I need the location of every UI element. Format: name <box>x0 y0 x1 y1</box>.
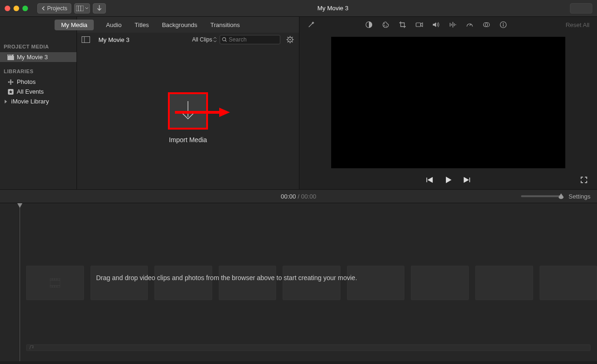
sidebar-photos-label: Photos <box>17 78 35 85</box>
toolbar-left-group: Projects <box>37 3 106 14</box>
current-time: 00:00 <box>281 193 296 200</box>
download-arrow-icon <box>97 5 102 12</box>
color-correction-button[interactable] <box>382 21 390 29</box>
chevron-left-icon <box>42 6 45 11</box>
svg-line-25 <box>292 41 293 42</box>
timeline[interactable]: Drag and drop video clips and photos fro… <box>0 203 597 361</box>
clip-filter-dropdown[interactable]: All Clips <box>192 36 217 43</box>
tab-my-media[interactable]: My Media <box>55 20 94 30</box>
fullscreen-button[interactable] <box>579 175 589 185</box>
next-frame-button[interactable] <box>462 175 472 185</box>
sidebar-item-imovie-library[interactable]: iMovie Library <box>0 96 76 106</box>
speaker-icon <box>432 21 440 28</box>
svg-line-24 <box>287 37 288 38</box>
viewer-toolbar: Reset All <box>299 17 597 33</box>
crop-button[interactable] <box>398 21 407 29</box>
clip-placeholder <box>154 266 212 300</box>
disclosure-triangle-icon[interactable] <box>4 98 8 105</box>
info-button[interactable] <box>499 21 507 29</box>
browser-settings-button[interactable] <box>285 34 295 45</box>
palette-icon <box>382 21 389 28</box>
duration-time: 00:00 <box>301 193 316 200</box>
equalizer-icon <box>449 21 457 28</box>
clip-placeholder <box>26 266 84 300</box>
svg-rect-4 <box>7 56 14 60</box>
camera-icon <box>416 21 423 28</box>
import-button[interactable] <box>93 3 106 14</box>
svg-point-12 <box>12 81 13 82</box>
browser-title: My Movie 3 <box>98 36 129 43</box>
zoom-slider-handle[interactable] <box>558 193 564 199</box>
tab-titles[interactable]: Titles <box>134 20 150 30</box>
crop-icon <box>399 21 406 28</box>
timeline-settings-button[interactable]: Settings <box>569 193 590 200</box>
timeline-hint: Drag and drop video clips and photos fro… <box>96 274 357 282</box>
sidebar-item-photos[interactable]: Photos <box>0 77 76 87</box>
clip-placeholder <box>283 266 340 300</box>
svg-rect-47 <box>50 278 60 288</box>
back-to-projects-button[interactable]: Projects <box>37 3 71 14</box>
svg-point-11 <box>8 81 9 82</box>
timeline-clip-track <box>26 266 597 300</box>
wand-icon <box>307 21 315 29</box>
star-icon <box>7 89 14 95</box>
svg-point-34 <box>386 26 387 27</box>
clip-placeholder <box>347 266 405 300</box>
svg-point-33 <box>384 25 385 26</box>
color-balance-button[interactable] <box>365 21 373 29</box>
sidebar-item-all-events[interactable]: All Events <box>0 87 76 96</box>
svg-point-9 <box>10 79 11 81</box>
clip-filter-label: All Clips <box>192 36 212 43</box>
viewer-canvas[interactable] <box>331 37 565 168</box>
noise-reduction-button[interactable] <box>449 21 457 29</box>
sidebar-toggle-icon <box>82 36 90 43</box>
titlebar: Projects My Movie 3 <box>0 0 597 17</box>
svg-rect-0 <box>76 6 83 11</box>
zoom-slider[interactable] <box>521 195 562 197</box>
info-icon <box>500 21 507 28</box>
reset-all-button[interactable]: Reset All <box>566 21 590 28</box>
close-window-button[interactable] <box>5 6 10 11</box>
tab-audio[interactable]: Audio <box>105 20 122 30</box>
stabilization-button[interactable] <box>415 21 423 29</box>
speed-button[interactable] <box>465 21 474 29</box>
sidebar-toggle-button[interactable] <box>81 35 91 44</box>
music-note-icon <box>28 345 34 350</box>
toolbar-right <box>560 3 592 14</box>
annotation-arrow <box>175 107 231 118</box>
search-icon <box>222 37 227 42</box>
window-title: My Movie 3 <box>106 5 560 12</box>
media-browser: My Media Audio Titles Backgrounds Transi… <box>77 17 299 189</box>
minimize-window-button[interactable] <box>14 6 19 11</box>
import-media-label: Import Media <box>169 136 207 144</box>
speedometer-icon <box>466 21 473 28</box>
svg-point-16 <box>222 38 226 41</box>
zoom-window-button[interactable] <box>22 6 28 11</box>
share-button[interactable] <box>570 3 592 14</box>
playhead[interactable] <box>20 203 20 361</box>
clip-filter-button[interactable] <box>482 21 491 29</box>
browser-toolbar: My Movie 3 All Clips <box>77 33 299 47</box>
svg-rect-14 <box>82 37 90 43</box>
tab-backgrounds[interactable]: Backgrounds <box>161 20 198 30</box>
sidebar-item-project[interactable]: My Movie 3 <box>0 52 76 62</box>
search-input[interactable] <box>229 36 278 43</box>
clip-placeholder <box>90 266 148 300</box>
search-field[interactable] <box>220 35 280 44</box>
library-list-button[interactable] <box>74 3 90 14</box>
timeline-timecode: 00:00 / 00:00 <box>281 193 316 200</box>
timeline-audio-track[interactable] <box>26 344 590 351</box>
prev-frame-button[interactable] <box>425 175 434 185</box>
enhance-button[interactable] <box>307 21 315 29</box>
filmstrip-icon <box>76 6 83 11</box>
volume-button[interactable] <box>432 21 440 29</box>
overlap-circles-icon <box>483 21 490 28</box>
top-area: PROJECT MEDIA My Movie 3 LIBRARIES Photo… <box>0 17 597 189</box>
svg-line-27 <box>292 37 293 38</box>
photos-icon <box>7 79 14 85</box>
tab-transitions[interactable]: Transitions <box>209 20 241 30</box>
browser-tabs: My Media Audio Titles Backgrounds Transi… <box>77 17 299 33</box>
updown-icon <box>213 37 217 42</box>
play-button[interactable] <box>444 175 453 185</box>
half-circle-icon <box>365 21 373 28</box>
